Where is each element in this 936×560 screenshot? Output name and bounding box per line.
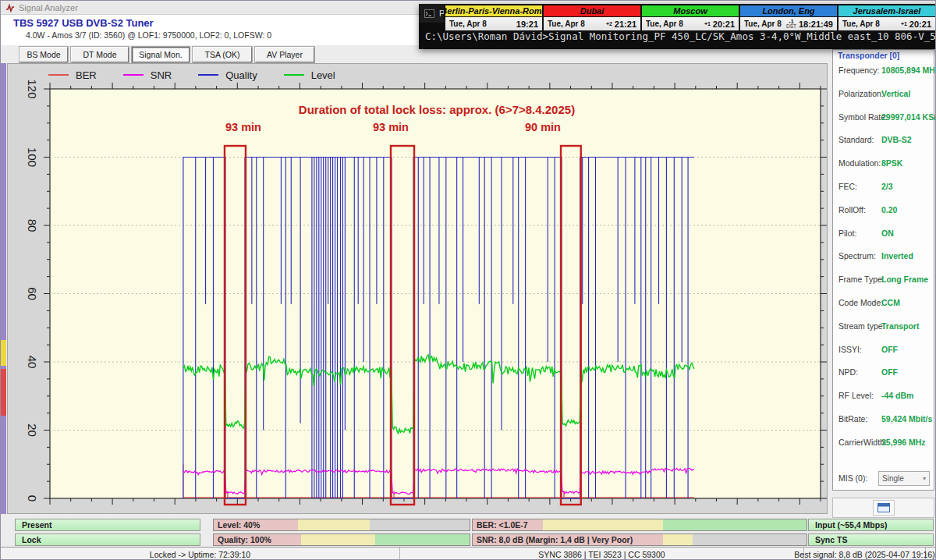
sidebar-row-bitrate: BitRate:59,424 Mbit/s xyxy=(833,414,935,427)
meter-level: Level: 40% xyxy=(213,519,470,531)
lock-loss-annotation-title: Duration of total lock loss: approx. (6>… xyxy=(299,103,575,116)
sidebar-row-rolloff: RollOff:0.20 xyxy=(833,205,935,218)
lock-loss-duration-1: 93 min xyxy=(225,121,261,133)
sidebar-value-rf-level: -44 dBm xyxy=(881,391,913,400)
sidebar-value-bitrate: 59,424 Mbit/s xyxy=(881,414,932,424)
sidebar-value-frequency: 10805,894 MHz xyxy=(881,66,936,75)
mis-row: MIS (0): Single ▾ xyxy=(833,471,935,487)
meter-label: Level: 40% xyxy=(218,520,260,530)
sidebar-row-stream-type: Stream type:Transport xyxy=(833,321,935,334)
clock-date: Tue, Apr 8 xyxy=(548,19,604,28)
clock-dubai: DubaiTue, Apr 8+221:21 xyxy=(542,5,640,30)
tuner-name: TBS 5927 USB DVB-S2 Tuner xyxy=(13,17,154,29)
meter-row-2: LockQuality: 100%SNR: 8,0 dB (Margin: 1,… xyxy=(1,533,936,547)
y-tick-label-0: 0 xyxy=(26,495,39,502)
clock-date: Tue, Apr 8 xyxy=(744,19,784,28)
background-window-edge xyxy=(1,63,6,514)
status-bar: Locked -> Uptime: 72:39:10SYNC 3886 | TE… xyxy=(1,547,936,560)
tab-signal-mon[interactable]: Signal Mon. xyxy=(132,47,190,62)
sidebar-row-fec: FEC:2/3 xyxy=(833,182,935,194)
resize-grip[interactable]: ⋰ xyxy=(926,548,936,560)
clock-time: 20:21 xyxy=(909,19,931,29)
clock-jerusalem-israel: Jerusalem-IsraelTue, Apr 8+120:21 xyxy=(837,5,935,30)
sidebar-row-issyi: ISSYI:OFF xyxy=(833,345,935,357)
meter-row-1: PresentLevel: 40%BER: <1.0E-7Input (~55,… xyxy=(1,519,936,532)
statusbar-cell-3: Best signal: 8,8 dB (2025-04-07 19:16) xyxy=(804,548,926,560)
tab-dt-mode[interactable]: DT Mode xyxy=(71,47,129,62)
sidebar-row-standard: Standard:DVB-S2 xyxy=(833,135,935,147)
status-badge-present: Present xyxy=(15,519,200,531)
sidebar-value-modulation: 8PSK xyxy=(881,158,902,168)
y-tick-label-80: 80 xyxy=(26,219,39,232)
lock-loss-duration-3: 90 min xyxy=(525,121,561,133)
mis-select[interactable]: Single ▾ xyxy=(878,471,930,486)
tab-av-player[interactable]: AV Player xyxy=(255,47,314,62)
meter-snr: SNR: 8,0 dB (Margin: 1,4 dB | Very Poor) xyxy=(472,533,807,546)
y-tick-label-40: 40 xyxy=(26,356,39,369)
signal-chart: 020406080100120 xyxy=(8,64,828,515)
tab-bs-mode[interactable]: BS Mode xyxy=(20,47,68,62)
clock-utc-offset: +1 xyxy=(901,22,907,27)
legend-item-quality: Quality xyxy=(198,69,257,81)
sidebar-row-pilot: Pilot:ON xyxy=(833,229,935,241)
signal-analyzer-window: Signal Analyzer TBS 5927 USB DVB-S2 Tune… xyxy=(0,0,936,560)
sidebar-row-modulation: Modulation:8PSK xyxy=(833,158,935,171)
legend-swatch-level xyxy=(284,74,304,76)
open-window-button[interactable] xyxy=(873,500,895,516)
clock-utc-offset: -1DST xyxy=(786,19,796,29)
clock-city: Dubai xyxy=(544,5,640,17)
sidebar-value-npd: OFF xyxy=(881,367,898,377)
sidebar-value-code-mode: CCM xyxy=(881,298,900,307)
tab-tsa-ok[interactable]: TSA (OK) xyxy=(193,47,252,62)
legend-swatch-snr xyxy=(123,74,144,76)
sidebar-row-frame-type: Frame Type:Long Frame xyxy=(833,275,935,287)
clock-city: Jerusalem-Israel xyxy=(838,5,935,17)
clock-city: Moscow xyxy=(642,5,739,17)
sidebar-value-pilot: ON xyxy=(881,229,894,238)
clock-utc-offset: +1 xyxy=(704,22,711,27)
meter-quality: Quality: 100% xyxy=(213,533,470,546)
clock-time: 18:21:49 xyxy=(799,19,833,29)
clock-time: 21:21 xyxy=(615,19,636,29)
app-icon xyxy=(5,3,15,12)
transponder-header: Transponder [0] xyxy=(838,51,899,60)
meter-label: BER: <1.0E-7 xyxy=(477,520,528,530)
sidebar-value-standard: DVB-S2 xyxy=(881,135,912,144)
clock-utc-offset: +2 xyxy=(606,22,612,27)
lock-loss-duration-2: 93 min xyxy=(373,121,409,133)
y-tick-label-100: 100 xyxy=(26,147,39,167)
clock-moscow: MoscowTue, Apr 8+120:21 xyxy=(640,5,739,30)
sidebar-row-symbol-rate: Symbol Rate:29997,014 KS/s xyxy=(833,112,935,125)
meter-ber: BER: <1.0E-7 xyxy=(472,519,807,531)
mis-label: MIS (0): xyxy=(838,473,867,483)
meter-label: Quality: 100% xyxy=(218,535,271,544)
command-prompt-input-line: C:\Users\Roman Dávid>Signal Monitoring_P… xyxy=(425,30,936,42)
sidebar-row-polarization: Polarization:Vertical xyxy=(833,89,935,101)
sidebar-value-symbol-rate: 29997,014 KS/s xyxy=(881,112,936,122)
sidebar-value-frame-type: Long Frame xyxy=(881,275,928,284)
status-badge-sync-ts: Sync TS xyxy=(808,533,934,546)
clock-time: 20:21 xyxy=(713,19,735,29)
y-tick-label-20: 20 xyxy=(26,424,39,437)
clock-berlin-paris-vienna-roma: Berlin-Paris-Vienna-RomaTue, Apr 819:21 xyxy=(445,5,542,30)
y-tick-label-60: 60 xyxy=(26,287,39,300)
sidebar-row-spectrum: Spectrum:Inverted xyxy=(833,251,935,264)
sidebar-value-polarization: Vertical xyxy=(881,89,910,98)
command-prompt-icon xyxy=(424,9,434,18)
clock-date: Tue, Apr 8 xyxy=(842,19,899,28)
sidebar-row-carrierwidth: CarrierWidth:35,996 MHz xyxy=(833,438,935,450)
tuner-details: 4.0W - Amos 3/7 (ID: 3560) @ LOF1: 97500… xyxy=(26,30,271,40)
statusbar-cell-2: SYNC 3886 | TEI 3523 | CC 59300 xyxy=(400,548,804,560)
legend-item-snr: SNR xyxy=(123,69,172,81)
chevron-down-icon: ▾ xyxy=(923,475,926,482)
sidebar-row-rf-level: RF Level:-44 dBm xyxy=(833,391,935,403)
sidebar-value-stream-type: Transport xyxy=(881,321,919,331)
chart-legend: BERSNRQualityLevel xyxy=(48,67,335,83)
sidebar-value-issyi: OFF xyxy=(881,345,898,354)
sidebar-button-strip xyxy=(832,498,934,518)
y-tick-label-120: 120 xyxy=(26,79,39,98)
plot-area xyxy=(50,89,821,498)
status-badge-input-55-4-mbps: Input (~55,4 Mbps) xyxy=(808,519,934,531)
sidebar-row-code-mode: Code Mode:CCM xyxy=(833,298,935,310)
sidebar-value-carrierwidth: 35,996 MHz xyxy=(881,438,926,447)
